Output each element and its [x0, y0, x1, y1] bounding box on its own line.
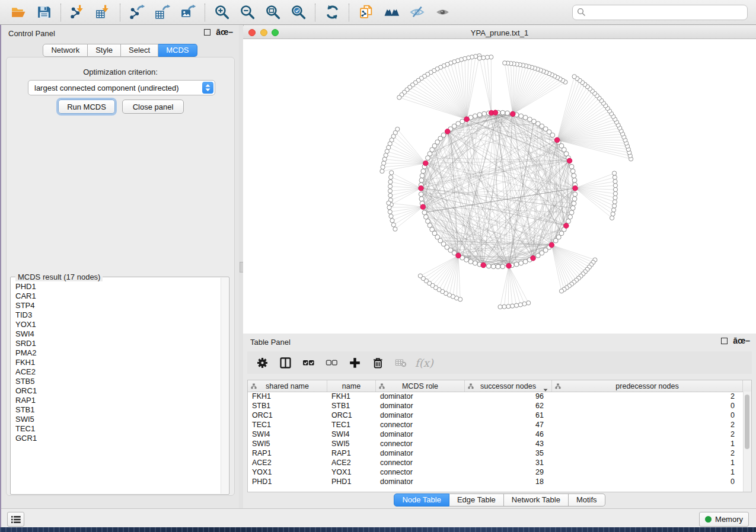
mcds-result-item[interactable]: PHD1	[15, 282, 221, 291]
delete-row-icon[interactable]	[369, 354, 387, 371]
run-mcds-button[interactable]: Run MCDS	[58, 100, 115, 114]
save-icon[interactable]	[31, 2, 57, 23]
table-row[interactable]: RAP1RAP1dominator352	[248, 448, 744, 458]
select-all-icon[interactable]	[299, 354, 317, 371]
tab-mcds[interactable]: MCDS	[158, 44, 197, 57]
table-row[interactable]: ACE2ACE2connector311	[248, 458, 744, 467]
mcds-result-item[interactable]: STB5	[15, 377, 221, 386]
toolbar-separator	[205, 4, 206, 21]
close-panel-button[interactable]: Close panel	[122, 100, 184, 114]
table-cell: connector	[376, 467, 465, 477]
network-window: YPA_prune.txt_1	[243, 26, 756, 334]
network-window-titlebar[interactable]: YPA_prune.txt_1	[243, 26, 756, 39]
mcds-result-item[interactable]: YOX1	[15, 320, 221, 329]
open-icon[interactable]	[6, 2, 31, 23]
memory-label: Memory	[715, 515, 743, 524]
export-image-icon[interactable]	[176, 2, 201, 23]
columns-icon[interactable]	[276, 354, 294, 371]
table-row[interactable]: ORC1ORC1dominator610	[248, 411, 744, 420]
mcds-result-item[interactable]: SRD1	[15, 339, 221, 348]
table-cell: 31	[465, 458, 552, 467]
close-panel-icon[interactable]: āœ–	[216, 29, 233, 36]
table-row[interactable]: STB1STB1dominator620	[248, 401, 744, 411]
add-row-icon[interactable]	[346, 354, 363, 371]
mcds-result-item[interactable]: SWI5	[15, 415, 221, 424]
table-cell: ACE2	[327, 458, 376, 467]
table-cell: 62	[465, 401, 552, 411]
table-cell: STB1	[327, 401, 376, 411]
export-network-icon[interactable]	[125, 2, 150, 23]
tab-select[interactable]: Select	[121, 44, 158, 57]
tab-style[interactable]: Style	[88, 44, 121, 57]
task-history-button[interactable]	[7, 512, 24, 527]
toolbar-separator	[349, 4, 350, 21]
table-cell: FKH1	[248, 392, 327, 401]
table-cell: PHD1	[248, 477, 327, 486]
column-type-icon	[379, 383, 385, 391]
column-header-name[interactable]: name	[327, 380, 376, 392]
optimization-criterion-select[interactable]: largest connected component (undirected)	[28, 80, 215, 95]
zoom-out-icon[interactable]	[235, 2, 260, 23]
mcds-result-item[interactable]: ACE2	[15, 367, 221, 377]
mcds-result-item[interactable]: TID3	[15, 310, 221, 320]
network-canvas[interactable]	[243, 39, 756, 334]
node-table: shared namenameMCDS rolesuccessor nodesp…	[247, 380, 752, 492]
export-table-icon[interactable]	[150, 2, 176, 23]
close-table-panel-icon[interactable]: āœ–	[733, 338, 750, 344]
table-row[interactable]: TEC1TEC1connector472	[248, 420, 744, 430]
import-network-icon[interactable]	[65, 2, 91, 23]
tab-network-table[interactable]: Network Table	[504, 493, 569, 507]
table-cell: 2	[552, 420, 743, 430]
show-all-icon[interactable]	[430, 2, 455, 23]
network-window-title: YPA_prune.txt_1	[243, 28, 756, 37]
mcds-result-item[interactable]: SWI4	[15, 329, 221, 339]
mcds-result-item[interactable]: GCR1	[15, 434, 221, 443]
float-table-panel-icon[interactable]	[721, 338, 728, 344]
column-header-predecessor-nodes[interactable]: predecessor nodes	[552, 380, 743, 392]
hide-selected-icon[interactable]	[404, 2, 430, 23]
mcds-result-item[interactable]: ORC1	[15, 386, 221, 396]
column-header-MCDS-role[interactable]: MCDS role	[376, 380, 465, 392]
table-cell: TEC1	[327, 420, 376, 430]
column-header-successor-nodes[interactable]: successor nodes	[465, 380, 552, 392]
import-table-icon[interactable]	[91, 2, 116, 23]
deselect-all-icon[interactable]	[323, 354, 340, 371]
tab-motifs[interactable]: Motifs	[569, 493, 605, 507]
table-row[interactable]: PHD1PHD1dominator180	[248, 477, 744, 486]
mcds-result-item[interactable]: RAP1	[15, 396, 221, 405]
copy-network-icon[interactable]	[353, 2, 379, 23]
table-cell: PHD1	[327, 477, 376, 486]
mcds-result-item[interactable]: STB1	[15, 405, 221, 415]
table-row[interactable]: SWI4SWI4dominator462	[248, 430, 744, 439]
mcds-result-item[interactable]: FKH1	[15, 358, 221, 367]
table-cell: ACE2	[248, 458, 327, 467]
tab-node-table[interactable]: Node Table	[394, 493, 449, 507]
mcds-result-item[interactable]: PMA2	[15, 348, 221, 358]
mcds-result-item[interactable]: CAR1	[15, 291, 221, 301]
table-tabs: Node TableEdge TableNetwork TableMotifs	[243, 493, 756, 507]
table-scrollbar-thumb[interactable]	[745, 395, 749, 449]
table-cell: 0	[552, 411, 743, 420]
zoom-in-icon[interactable]	[209, 2, 235, 23]
table-row[interactable]: YOX1YOX1connector291	[248, 467, 744, 477]
first-neighbors-icon[interactable]	[379, 2, 404, 23]
refresh-icon[interactable]	[320, 2, 345, 23]
result-list-scrollbar[interactable]	[221, 278, 228, 493]
column-header-shared-name[interactable]: shared name	[248, 380, 327, 392]
table-row[interactable]: SWI5SWI5connector431	[248, 439, 744, 448]
table-cell: 0	[552, 401, 743, 411]
zoom-selected-icon[interactable]	[286, 2, 311, 23]
mcds-result-item[interactable]: TEC1	[15, 424, 221, 434]
table-scrollbar[interactable]	[743, 392, 751, 492]
tab-edge-table[interactable]: Edge Table	[449, 493, 504, 507]
tab-network[interactable]: Network	[43, 44, 88, 57]
gear-icon[interactable]	[253, 354, 271, 371]
list-icon	[10, 514, 22, 525]
memory-indicator-icon	[705, 516, 712, 523]
table-row[interactable]: FKH1FKH1dominator962	[248, 392, 744, 401]
zoom-fit-icon[interactable]	[260, 2, 286, 23]
memory-button[interactable]: Memory	[699, 512, 749, 527]
mcds-result-item[interactable]: STP4	[15, 301, 221, 310]
float-panel-icon[interactable]	[204, 29, 210, 36]
search-input[interactable]	[572, 5, 748, 20]
